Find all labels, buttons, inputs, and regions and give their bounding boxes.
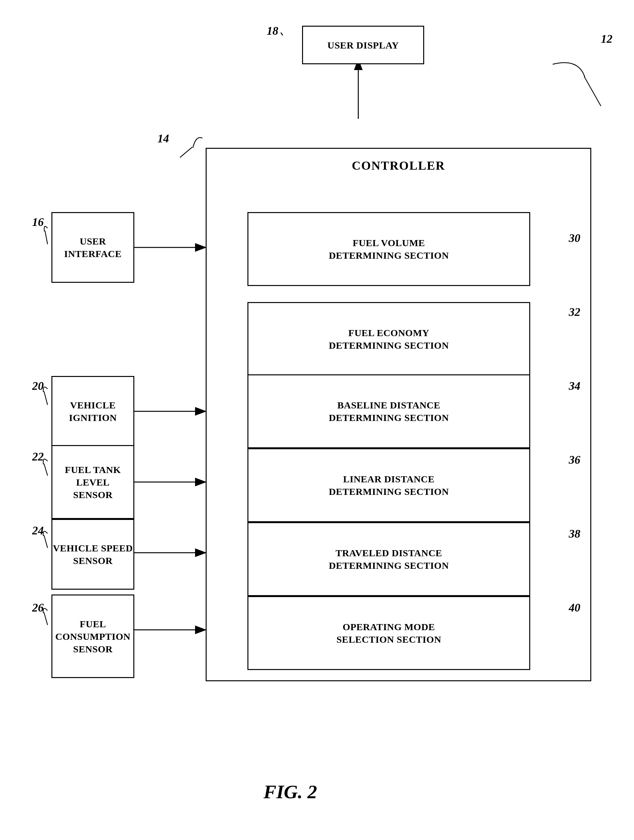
- ref-12: 12: [601, 32, 612, 46]
- fuel-tank-level-sensor-box: FUEL TANK LEVELSENSOR: [51, 445, 134, 519]
- user-display-box: USER DISPLAY: [302, 26, 424, 64]
- fuel-volume-label: FUEL VOLUMEDETERMINING SECTION: [329, 237, 449, 262]
- ref-16: 16: [32, 215, 44, 229]
- vehicle-speed-sensor-label: VEHICLE SPEEDSENSOR: [53, 542, 133, 567]
- figure-label: FIG. 2: [263, 781, 317, 803]
- ref-20: 20: [32, 379, 44, 393]
- baseline-distance-box: BASELINE DISTANCEDETERMINING SECTION: [248, 374, 530, 448]
- ref-26: 26: [32, 601, 44, 614]
- operating-mode-label: OPERATING MODESELECTION SECTION: [336, 621, 441, 646]
- operating-mode-box: OPERATING MODESELECTION SECTION: [248, 596, 530, 670]
- diagram: 18 USER DISPLAY 12 14 CONTROLLER 16 USER…: [0, 0, 634, 840]
- fuel-consumption-sensor-label: FUELCONSUMPTIONSENSOR: [55, 617, 131, 655]
- ref-34: 34: [569, 379, 580, 393]
- baseline-distance-label: BASELINE DISTANCEDETERMINING SECTION: [329, 399, 449, 424]
- linear-distance-label: LINEAR DISTANCEDETERMINING SECTION: [329, 473, 449, 498]
- ref-22: 22: [32, 450, 44, 463]
- vehicle-ignition-label: VEHICLEIGNITION: [69, 399, 117, 424]
- ref-24: 24: [32, 524, 44, 537]
- traveled-distance-box: TRAVELED DISTANCEDETERMINING SECTION: [248, 522, 530, 596]
- svg-line-7: [44, 535, 47, 548]
- user-interface-label: USERINTERFACE: [64, 235, 122, 260]
- ref-14: 14: [158, 132, 169, 145]
- vehicle-ignition-box: VEHICLEIGNITION: [51, 376, 134, 447]
- ref-40: 40: [569, 601, 580, 614]
- vehicle-speed-sensor-box: VEHICLE SPEEDSENSOR: [51, 519, 134, 590]
- traveled-distance-label: TRAVELED DISTANCEDETERMINING SECTION: [329, 546, 449, 572]
- fuel-economy-box: FUEL ECONOMYDETERMINING SECTION: [248, 302, 530, 376]
- svg-line-4: [45, 231, 47, 244]
- svg-line-6: [44, 464, 47, 475]
- fuel-volume-box: FUEL VOLUMEDETERMINING SECTION: [248, 212, 530, 286]
- svg-line-3: [180, 147, 192, 158]
- svg-line-8: [44, 613, 47, 625]
- ref-18: 18: [267, 24, 278, 38]
- user-display-label: USER DISPLAY: [328, 39, 399, 51]
- svg-line-2: [584, 76, 601, 106]
- fuel-consumption-sensor-box: FUELCONSUMPTIONSENSOR: [51, 594, 134, 678]
- ref-36: 36: [569, 453, 580, 467]
- controller-title: CONTROLLER: [352, 158, 445, 172]
- ref-30: 30: [569, 231, 580, 245]
- ref-32: 32: [569, 305, 580, 319]
- user-interface-box: USERINTERFACE: [51, 212, 134, 283]
- ref-38: 38: [569, 527, 580, 540]
- fuel-economy-label: FUEL ECONOMYDETERMINING SECTION: [329, 327, 449, 352]
- svg-line-5: [44, 392, 47, 405]
- fuel-tank-level-sensor-label: FUEL TANK LEVELSENSOR: [52, 463, 133, 501]
- linear-distance-box: LINEAR DISTANCEDETERMINING SECTION: [248, 448, 530, 522]
